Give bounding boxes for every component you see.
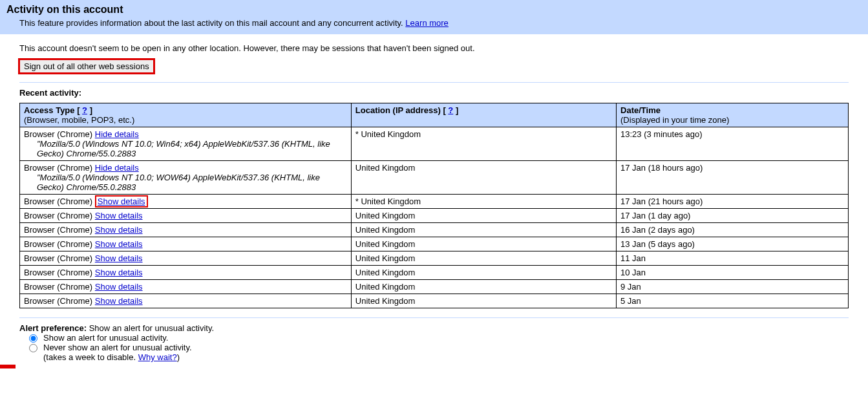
table-row: Browser (Chrome) Show detailsUnited King… (20, 251, 849, 266)
table-row: Browser (Chrome) Show detailsUnited King… (20, 294, 849, 308)
show-details-link[interactable]: Show details (95, 296, 143, 306)
show-details-link[interactable]: Show details (95, 268, 143, 277)
annotation-chip (0, 365, 16, 368)
close-paren: ) (177, 352, 180, 362)
cell-date: 17 Jan (18 hours ago) (617, 161, 849, 195)
col-location-label: Location (IP address) (355, 105, 441, 115)
learn-more-link[interactable]: Learn more (405, 18, 448, 28)
radio-show-alert-label: Show an alert for unusual activity. (43, 333, 168, 343)
browser-label: Browser (Chrome) (24, 282, 92, 292)
col-date: Date/Time (Displayed in your time zone) (617, 103, 849, 127)
col-access-type-label: Access Type (24, 105, 75, 115)
table-row: Browser (Chrome) Show detailsUnited King… (20, 266, 849, 280)
browser-label: Browser (Chrome) (24, 129, 92, 139)
activity-table: Access Type [ ? ] (Browser, mobile, POP3… (19, 103, 849, 308)
col-location: Location (IP address) [ ? ] (351, 103, 616, 127)
browser-label: Browser (Chrome) (24, 197, 92, 206)
cell-access-type: Browser (Chrome) Show details (20, 266, 352, 280)
cell-access-type: Browser (Chrome) Show details (20, 195, 352, 209)
browser-label: Browser (Chrome) (24, 268, 92, 277)
table-row: Browser (Chrome) Hide details"Mozilla/5.… (20, 127, 849, 161)
table-row: Browser (Chrome) Hide details"Mozilla/5.… (20, 161, 849, 195)
cell-location: United Kingdom (351, 294, 616, 308)
cell-location: United Kingdom (351, 280, 616, 294)
cell-location: * United Kingdom (351, 195, 616, 209)
radio-never-alert-sub: (takes a week to disable. (43, 352, 138, 362)
table-row: Browser (Chrome) Show detailsUnited King… (20, 280, 849, 294)
header-bar: Activity on this account This feature pr… (0, 0, 868, 34)
cell-location: * United Kingdom (351, 127, 616, 161)
cell-location: United Kingdom (351, 237, 616, 251)
cell-access-type: Browser (Chrome) Hide details"Mozilla/5.… (20, 161, 352, 195)
cell-location: United Kingdom (351, 251, 616, 266)
browser-label: Browser (Chrome) (24, 296, 92, 306)
cell-date: 11 Jan (617, 251, 849, 266)
help-location[interactable]: ? (448, 105, 453, 115)
recent-activity-label: Recent activity: (19, 88, 849, 98)
page-title: Activity on this account (6, 4, 862, 16)
cell-access-type: Browser (Chrome) Show details (20, 223, 352, 237)
why-wait-link[interactable]: Why wait? (138, 352, 177, 362)
cell-access-type: Browser (Chrome) Show details (20, 209, 352, 223)
browser-label: Browser (Chrome) (24, 225, 92, 235)
browser-label: Browser (Chrome) (24, 211, 92, 220)
table-row: Browser (Chrome) Show detailsUnited King… (20, 237, 849, 251)
cell-date: 10 Jan (617, 266, 849, 280)
show-details-link[interactable]: Show details (95, 225, 143, 235)
col-date-sub: (Displayed in your time zone) (620, 115, 844, 125)
cell-location: United Kingdom (351, 223, 616, 237)
cell-access-type: Browser (Chrome) Show details (20, 280, 352, 294)
table-row: Browser (Chrome) Show detailsUnited King… (20, 209, 849, 223)
col-date-label: Date/Time (620, 105, 661, 115)
separator (19, 82, 849, 83)
show-details-link[interactable]: Show details (95, 253, 143, 263)
annotation-highlight: Show details (95, 195, 148, 208)
col-access-type: Access Type [ ? ] (Browser, mobile, POP3… (20, 103, 352, 127)
user-agent-string: "Mozilla/5.0 (Windows NT 10.0; Win64; x6… (24, 139, 347, 158)
table-row: Browser (Chrome) Show details* United Ki… (20, 195, 849, 209)
cell-date: 9 Jan (617, 280, 849, 294)
alert-pref-current: Show an alert for unusual activity. (89, 323, 214, 333)
table-row: Browser (Chrome) Show detailsUnited King… (20, 223, 849, 237)
hide-details-link[interactable]: Hide details (95, 129, 139, 139)
cell-access-type: Browser (Chrome) Hide details"Mozilla/5.… (20, 127, 352, 161)
show-details-link[interactable]: Show details (98, 197, 145, 206)
cell-date: 17 Jan (1 day ago) (617, 209, 849, 223)
cell-access-type: Browser (Chrome) Show details (20, 237, 352, 251)
alert-preference-section: Alert preference: Show an alert for unus… (19, 323, 849, 362)
radio-show-alert[interactable] (29, 334, 37, 343)
alert-pref-label: Alert preference: (19, 323, 87, 333)
separator (19, 317, 849, 318)
hide-details-link[interactable]: Hide details (95, 163, 139, 173)
show-details-link[interactable]: Show details (95, 282, 143, 292)
browser-label: Browser (Chrome) (24, 239, 92, 249)
help-access-type[interactable]: ? (82, 105, 87, 115)
signout-button[interactable]: Sign out of all other web sessions (19, 59, 154, 73)
cell-access-type: Browser (Chrome) Show details (20, 251, 352, 266)
radio-never-alert-label: Never show an alert for unusual activity… (43, 343, 192, 352)
user-agent-string: "Mozilla/5.0 (Windows NT 10.0; WOW64) Ap… (24, 173, 347, 192)
status-text: This account doesn't seem to be open in … (19, 43, 849, 53)
cell-date: 16 Jan (2 days ago) (617, 223, 849, 237)
header-description: This feature provides information about … (19, 18, 403, 28)
cell-location: United Kingdom (351, 266, 616, 280)
show-details-link[interactable]: Show details (95, 211, 143, 220)
cell-date: 5 Jan (617, 294, 849, 308)
cell-location: United Kingdom (351, 209, 616, 223)
cell-access-type: Browser (Chrome) Show details (20, 294, 352, 308)
radio-never-alert[interactable] (29, 344, 37, 352)
cell-location: United Kingdom (351, 161, 616, 195)
table-header-row: Access Type [ ? ] (Browser, mobile, POP3… (20, 103, 849, 127)
col-access-type-sub: (Browser, mobile, POP3, etc.) (24, 115, 347, 125)
cell-date: 13:23 (3 minutes ago) (617, 127, 849, 161)
show-details-link[interactable]: Show details (95, 239, 143, 249)
browser-label: Browser (Chrome) (24, 163, 92, 173)
browser-label: Browser (Chrome) (24, 253, 92, 263)
cell-date: 13 Jan (5 days ago) (617, 237, 849, 251)
cell-date: 17 Jan (21 hours ago) (617, 195, 849, 209)
